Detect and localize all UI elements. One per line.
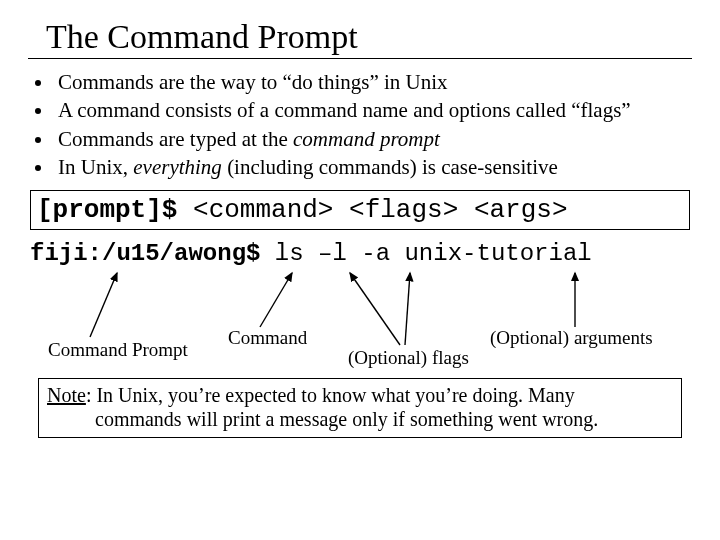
bullet-item: In Unix, everything (including commands)… [54,154,692,180]
bullet-text: (including commands) is case-sensitive [222,155,558,179]
svg-line-0 [90,273,117,337]
title-underline [28,58,692,59]
label-command-prompt: Command Prompt [48,339,188,361]
bullet-item: Commands are the way to “do things” in U… [54,69,692,95]
svg-line-2 [350,273,400,345]
label-command: Command [228,327,307,349]
label-optional-flags: (Optional) flags [348,347,469,369]
note-body-2: commands will print a message only if so… [95,408,598,430]
example-command: ls –l -a unix-tutorial [260,240,591,267]
label-optional-args: (Optional) arguments [490,327,653,349]
syntax-box: [prompt]$ <command> <flags> <args> [30,190,690,230]
bullet-list: Commands are the way to “do things” in U… [28,69,692,180]
svg-line-1 [260,273,292,327]
syntax-rest: <command> <flags> <args> [177,195,567,225]
bullet-item: Commands are typed at the command prompt [54,126,692,152]
note-body-1: : In Unix, you’re expected to know what … [86,384,575,406]
page-title: The Command Prompt [46,18,692,56]
annotation-area: Command Prompt Command (Optional) flags … [30,267,690,372]
syntax-prompt: [prompt]$ [37,195,177,225]
example-prompt: fiji:/u15/awong$ [30,240,260,267]
bullet-emph: command prompt [293,127,440,151]
svg-line-3 [405,273,410,345]
note-head: Note [47,384,86,406]
slide: The Command Prompt Commands are the way … [0,0,720,540]
note-box: Note: In Unix, you’re expected to know w… [38,378,682,438]
bullet-text: In Unix, [58,155,133,179]
example-line: fiji:/u15/awong$ ls –l -a unix-tutorial [30,240,690,267]
bullet-emph: everything [133,155,222,179]
bullet-text: Commands are typed at the [58,127,293,151]
bullet-item: A command consists of a command name and… [54,97,692,123]
